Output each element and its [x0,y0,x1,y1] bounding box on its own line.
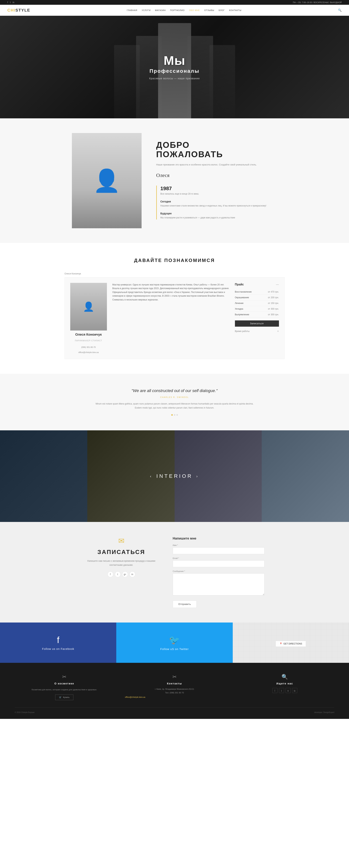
social-footer: f Follow us on Facebook 🐦 Follow uS on T… [0,622,349,663]
interior-section: ‹ INTERIOR › [0,430,349,522]
interior-next-arrow[interactable]: › [196,474,199,478]
nav-shop[interactable]: МАГАЗИН [155,9,166,11]
contact-facebook-btn[interactable]: f [108,571,113,577]
submit-button[interactable]: Отправить [173,600,197,608]
about-text-col: ДОБРО ПОЖАЛОВАТЬ Наше призвание это крас… [156,133,277,228]
form-email-input[interactable] [173,560,264,567]
about-signature: Олеся [156,173,277,178]
footer-email-link[interactable]: office@chistyle.kiev.ua [125,696,145,698]
header: CHISTYLE ГЛАВНАЯ УСЛУГИ МАГАЗИН ПОРТФОЛИ… [0,5,349,16]
master-left-col: 👤 Олеся Коноичук ПАРИКМАХЕР-СТИЛИСТ (096… [70,283,107,353]
cart-icon: 🛒 [59,696,62,699]
welcome-heading: ДОБРО ПОЖАЛОВАТЬ [156,140,277,159]
scissors-icon: ✂ [15,674,114,680]
interior-panel-4 [262,430,349,522]
stat-text-today: Нашими клиентами стали множество звезд и… [161,204,277,208]
location-icon: ✂ [125,674,224,680]
price-amount-4: от 300 грн. [268,313,279,316]
footer-twitter-btn[interactable]: t [279,688,284,693]
about-photo: 👤 [72,133,142,228]
hero-tagline: Красивые волосы — наше призвание [149,77,200,80]
nav-services[interactable]: УСЛУГИ [142,9,151,11]
price-service-4: Выпрямление [235,313,249,316]
contact-linkedin-btn[interactable]: in [129,571,135,577]
footer-find-title: Ищите нас [235,682,334,685]
price-service-1: Окрашивание [235,296,249,299]
hours-label: Время работы [235,330,250,333]
price-service-0: Восстановление [235,290,252,293]
dot-1[interactable] [171,414,173,416]
map-block: 📍 GET DIRECTIONS [233,622,349,663]
footer-col-find: 🔍 Ищите нас f t g in [235,674,334,700]
twitter-toplink[interactable]: t [10,1,10,4]
contact-twitter-btn[interactable]: t [115,571,121,577]
interior-prev-arrow[interactable]: ‹ [150,474,153,478]
twitter-social-block[interactable]: 🐦 Follow uS on Twitter [116,622,233,663]
master-name: Олеся Коноичук [75,333,102,337]
quote-dots [92,414,257,416]
price-amount-0: от 470 грн. [268,290,279,293]
form-email-label: Email * [173,557,264,559]
master-name-top: Олеся Коноичук [64,272,285,275]
get-directions-button[interactable]: 📍 GET DIRECTIONS [276,641,306,647]
footer-bottom: © 2016 Chistyle Борзые developer: Design… [15,708,334,713]
nav-about[interactable]: ОБО МНЕ [189,9,200,11]
social-links[interactable]: f t in [7,1,16,4]
dot-3[interactable] [176,414,178,416]
meet-section: ДАВАЙТЕ ПОЗНАКОМИМСЯ Олеся Коноичук 👤 Ол… [0,243,349,374]
nav-contacts[interactable]: КОНТАКТЫ [229,9,241,11]
dot-2[interactable] [174,414,175,416]
master-card: 👤 Олеся Коноичук ПАРИКМАХЕР-СТИЛИСТ (096… [64,277,285,359]
footer-col-cosmetics: ✂ О косметике Косметика для волос, котор… [15,674,114,700]
contact-desc: Напишите нам письмо с желаемым временем … [85,559,158,567]
email-icon: ✉ [85,536,158,545]
footer-cosmetics-text: Косметика для волос, которая создана для… [15,688,114,691]
instagram-toplink[interactable]: in [13,1,14,4]
nav-portfolio[interactable]: ПОРТФОЛИО [170,9,185,11]
master-role: ПАРИКМАХЕР-СТИЛИСТ [75,339,102,342]
buy-label: Купить [63,696,69,699]
about-inner: 👤 ДОБРО ПОЖАЛОВАТЬ Наше призвание это кр… [64,133,285,228]
developer-credit: developer: DesignExpert [314,711,334,713]
contact-googleplus-btn[interactable]: g+ [122,571,128,577]
price-amount-1: от 200 грн. [268,296,279,299]
footer-col-contacts: ✂ Контакты г. Киев, пр. Владимира Маяков… [125,674,224,700]
nav-home[interactable]: ГЛАВНАЯ [127,9,137,11]
form-name-group: Имя * [173,544,264,554]
search-button[interactable]: 🔍 [338,8,342,12]
main-nav: ГЛАВНАЯ УСЛУГИ МАГАЗИН ПОРТФОЛИО ОБО МНЕ… [127,9,241,11]
form-message-textarea[interactable] [173,574,264,595]
twitter-label: Follow uS on Twitter [160,647,189,651]
master-person-icon: 👤 [83,301,94,312]
form-name-input[interactable] [173,548,264,554]
price-service-2: Лечение [235,302,243,305]
price-service-3: Укладка [235,308,243,310]
facebook-social-block[interactable]: f Follow us on Facebook [0,622,116,663]
price-collapse-icon[interactable]: — [276,283,279,286]
master-phone: (096) 301-90-70 [81,346,96,348]
master-email: office@chistyle.kiev.ua [78,351,99,353]
price-amount-2: от 150 грн. [268,302,279,305]
search-icon: 🔍 [235,674,334,680]
footer-linkedin-btn[interactable]: in [292,688,297,693]
logo[interactable]: CHISTYLE [7,8,30,13]
price-title: Прайс [235,283,244,286]
copyright: © 2016 Chistyle Борзые [15,711,34,713]
form-message-group: Сообщение * [173,570,264,596]
price-list: Восстановление от 470 грн. Окрашивание о… [235,289,279,317]
nav-blog[interactable]: БЛОГ [219,9,225,11]
buy-button[interactable]: 🛒 Купить [55,694,74,700]
price-row-0: Восстановление от 470 грн. [235,289,279,295]
book-button[interactable]: Записаться [235,320,279,327]
price-header: Прайс — [235,283,279,286]
hours-section: Время работы + [235,330,279,333]
facebook-toplink[interactable]: f [7,1,8,4]
price-row-1: Окрашивание от 200 грн. [235,295,279,301]
stat-title-future: Будущее [161,212,277,215]
nav-reviews[interactable]: ОТЗЫВЫ [204,9,214,11]
footer-google-btn[interactable]: g [286,688,291,693]
master-price-col: Прайс — Восстановление от 470 грн. Окраш… [235,283,279,353]
stat-title-today: Сегодня [161,200,277,203]
hours-expand-icon[interactable]: + [277,330,279,333]
footer-facebook-btn[interactable]: f [272,688,278,693]
